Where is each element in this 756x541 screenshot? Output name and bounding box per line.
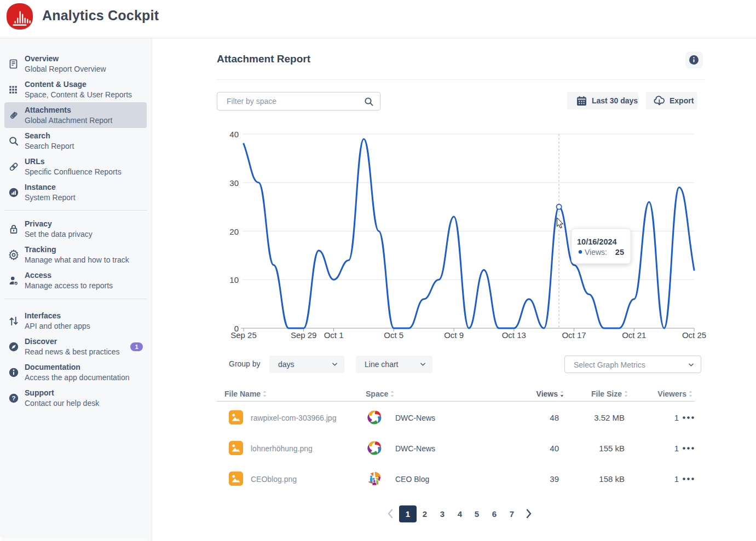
svg-text:?: ? — [11, 395, 15, 402]
